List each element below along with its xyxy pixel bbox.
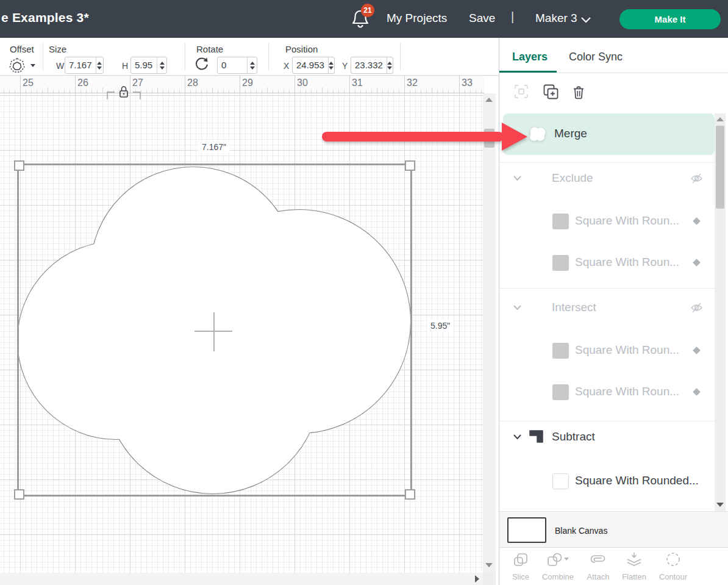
scroll-down-icon[interactable] [716, 503, 724, 507]
project-title: e Examples 3* [1, 10, 89, 25]
attach-button[interactable]: Attach [579, 551, 618, 581]
tab-color-sync[interactable]: Color Sync [569, 51, 623, 63]
height-field-label: H [122, 61, 128, 71]
y-field-label: Y [342, 61, 348, 71]
ruler-number: 29 [242, 77, 253, 88]
toolbar-divider [43, 43, 43, 71]
rotate-stepper[interactable] [247, 57, 257, 73]
ruler-number: 30 [297, 77, 308, 88]
blank-canvas-swatch[interactable] [507, 517, 546, 543]
make-it-button[interactable]: Make It [619, 9, 721, 29]
rotate-value: 0 [218, 57, 247, 73]
notifications-button[interactable]: 21 [351, 7, 376, 33]
toolbar-divider [185, 43, 185, 71]
width-stepper[interactable] [96, 57, 103, 73]
resize-handle-bottom-left[interactable] [14, 489, 24, 500]
save-link[interactable]: Save [469, 12, 495, 25]
exclude-collapse-chevron-icon[interactable] [513, 175, 522, 181]
layer-name[interactable]: Square With Roun... [575, 385, 679, 398]
canvas-horizontal-scrollbar[interactable] [0, 573, 484, 585]
resize-handle-top-left[interactable] [14, 160, 24, 171]
rotate-icon[interactable] [194, 56, 210, 72]
y-stepper[interactable] [387, 57, 393, 73]
chevron-down-icon[interactable] [580, 16, 591, 23]
size-label: Size [49, 44, 66, 54]
canvas-vertical-scrollbar[interactable] [483, 93, 496, 573]
horizontal-ruler: 25 26 27 28 29 30 31 32 33 [0, 76, 484, 93]
contour-button[interactable]: Contour [654, 551, 693, 581]
hidden-eye-icon[interactable] [690, 173, 703, 184]
scroll-down-icon[interactable] [485, 563, 493, 567]
layer-name[interactable]: Square With Roun... [575, 256, 679, 269]
my-projects-link[interactable]: My Projects [387, 12, 447, 25]
x-stepper[interactable] [328, 57, 334, 73]
intersect-collapse-chevron-icon[interactable] [513, 304, 522, 310]
layer-thumbnail[interactable] [552, 473, 569, 489]
layer-thumbnail[interactable] [552, 343, 569, 359]
resize-handle-bottom-right[interactable] [405, 489, 415, 500]
slice-button[interactable]: Slice [501, 551, 540, 581]
ruler-number: 25 [23, 77, 34, 88]
offset-dropdown-arrow[interactable] [30, 64, 35, 67]
offset-label: Offset [10, 44, 34, 54]
height-stepper[interactable] [157, 57, 166, 73]
red-callout-arrow [317, 119, 529, 154]
layer-name-merge: Merge [554, 127, 587, 140]
linetype-diamond-icon[interactable] [693, 388, 701, 396]
resize-handle-top-right[interactable] [405, 160, 415, 171]
tab-layers[interactable]: Layers [512, 51, 548, 63]
layer-thumbnail[interactable] [552, 384, 569, 400]
edit-toolbar: Offset Size W 7.167 H 5.95 Rotate 0 Posi… [0, 38, 499, 76]
layers-panel: Layers Color Sync Merge Exc [499, 38, 728, 585]
attach-icon [589, 551, 607, 569]
layer-name[interactable]: Square With Rounded... [575, 474, 699, 487]
scroll-up-icon[interactable] [716, 117, 724, 121]
hidden-eye-icon[interactable] [690, 303, 703, 313]
slice-label: Slice [501, 572, 540, 581]
flatten-icon [625, 551, 643, 569]
panel-scroll-thumb[interactable] [716, 126, 724, 209]
y-position-value: 23.332 [351, 57, 387, 73]
scroll-up-icon[interactable] [485, 98, 493, 102]
combine-button[interactable]: Combine [538, 551, 577, 581]
size-lock-icon[interactable] [105, 83, 143, 101]
panel-divider [499, 73, 728, 73]
selection-bounding-box[interactable] [17, 163, 412, 497]
group-label-subtract[interactable]: Subtract [552, 430, 595, 443]
flatten-button[interactable]: Flatten [615, 551, 654, 581]
linetype-diamond-icon[interactable] [693, 259, 701, 267]
offset-button[interactable] [9, 57, 26, 76]
duplicate-icon[interactable] [543, 84, 559, 100]
layer-name[interactable]: Square With Roun... [575, 214, 679, 228]
width-input[interactable]: 7.167 [65, 57, 104, 74]
group-separator [499, 421, 715, 422]
scrollbar-corner [483, 573, 496, 585]
layer-thumbnail[interactable] [552, 255, 569, 271]
combine-icon [546, 551, 570, 569]
layer-row-merge[interactable]: Merge [503, 113, 715, 155]
subtract-result-icon [528, 428, 544, 444]
top-bar: e Examples 3* 21 My Projects Save | Make… [0, 0, 728, 38]
blank-canvas-row[interactable]: Blank Canvas [499, 511, 728, 547]
rotate-input[interactable]: 0 [217, 57, 257, 74]
layer-name[interactable]: Square With Roun... [575, 343, 679, 357]
y-position-input[interactable]: 23.332 [351, 57, 393, 74]
merge-shape-thumbnail [527, 125, 548, 143]
machine-selector[interactable]: Maker 3 [535, 12, 577, 25]
toolbar-divider [268, 43, 269, 71]
x-field-label: X [284, 61, 289, 71]
trash-icon[interactable] [571, 85, 586, 100]
notification-badge: 21 [361, 4, 374, 17]
offset-icon [9, 57, 26, 73]
select-all-icon[interactable] [514, 84, 529, 99]
height-input[interactable]: 5.95 [130, 57, 167, 74]
linetype-diamond-icon[interactable] [693, 217, 701, 225]
layer-thumbnail[interactable] [552, 214, 569, 229]
panel-scrollbar[interactable] [715, 113, 726, 511]
x-position-input[interactable]: 24.953 [292, 57, 335, 74]
linetype-diamond-icon[interactable] [693, 346, 701, 354]
scroll-right-icon[interactable] [475, 575, 479, 583]
group-label-intersect[interactable]: Intersect [552, 301, 596, 314]
group-label-exclude[interactable]: Exclude [552, 171, 593, 185]
subtract-collapse-chevron-icon[interactable] [513, 434, 522, 440]
